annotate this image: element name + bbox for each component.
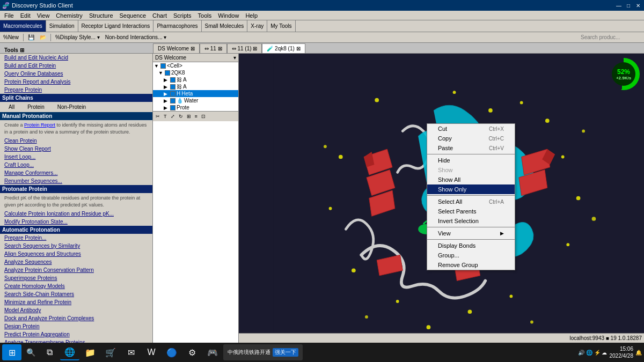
sidebar-manage-conformers[interactable]: Manage Conformers...: [0, 169, 152, 177]
sidebar-build-nucleic[interactable]: Build and Edit Nucleic Acid: [0, 54, 152, 62]
save-button[interactable]: 💾: [26, 33, 36, 41]
tree-tool-btn-6[interactable]: ≡: [193, 113, 199, 120]
menu-scripts[interactable]: Scripts: [170, 12, 195, 19]
tree-check-a2[interactable]: [170, 84, 175, 90]
sidebar-insert-loop[interactable]: Insert Loop...: [0, 153, 152, 161]
sidebar-calc-ionization[interactable]: Calculate Protein Ionization and Residue…: [0, 210, 152, 218]
display-style-button[interactable]: %Display Style... ▾: [53, 33, 102, 41]
sidebar-modify-prot[interactable]: Modify Protonation State...: [0, 218, 152, 226]
tree-check-prote[interactable]: [170, 105, 175, 110]
menu-view[interactable]: View: [34, 12, 53, 19]
sidebar-split-all[interactable]: All: [4, 103, 19, 111]
ctx-display-bonds[interactable]: Display Bonds: [427, 241, 515, 250]
sidebar-craft-loop[interactable]: Craft Loop...: [0, 161, 152, 169]
ctx-paste[interactable]: Paste Ctrl+V: [427, 143, 515, 153]
tree-item-chain-a1[interactable]: ▶ ⛓ A: [153, 76, 238, 83]
tree-toggle-cell[interactable]: ▼: [154, 63, 159, 69]
taskbar-store-icon[interactable]: 🛒: [101, 344, 120, 360]
sidebar-analyze-seq[interactable]: Analyze Sequences: [0, 258, 152, 266]
tab-2qk8[interactable]: 🧪 2qk8 (1) ⊠: [262, 43, 305, 53]
ctx-hide[interactable]: Hide: [427, 156, 515, 165]
sidebar-prepare-protein-btn[interactable]: Prepare Protein...: [0, 234, 152, 242]
tree-check-heta[interactable]: [170, 91, 175, 97]
menu-window[interactable]: Window: [215, 12, 242, 19]
tree-toggle-a1[interactable]: ▶: [164, 77, 169, 83]
tree-item-2qk8[interactable]: ▼ 2QK8: [153, 69, 238, 76]
new-button[interactable]: %New: [1, 33, 21, 41]
tree-item-water[interactable]: ▶ 💧 Water: [153, 97, 238, 104]
taskbar-search-button[interactable]: 🔍: [23, 344, 39, 360]
tree-check-2qk8[interactable]: [165, 70, 170, 76]
maximize-button[interactable]: □: [625, 2, 632, 9]
taskbar-app-icon-2[interactable]: 🎮: [203, 344, 222, 360]
tree-item-heta[interactable]: ▶ Η Heta: [153, 90, 238, 97]
sidebar-design[interactable]: Design Protein: [0, 322, 152, 330]
sidebar-dock[interactable]: Dock and Analyze Protein Complexes: [0, 314, 152, 322]
ctx-show-only[interactable]: Show Only: [427, 184, 515, 194]
sidebar-align-seq[interactable]: Align Sequences and Structures: [0, 250, 152, 258]
menu-tools[interactable]: Tools: [195, 12, 215, 19]
sidebar-search-seq[interactable]: Search Sequences by Similarity: [0, 242, 152, 250]
tree-toggle-heta[interactable]: ▶: [164, 91, 169, 97]
sidebar-analyze-conservation[interactable]: Analyze Protein Conservation Pattern: [0, 266, 152, 274]
tree-toggle-a2[interactable]: ▶: [164, 84, 169, 90]
taskbar-news-app[interactable]: 中俄跨境铁路开通 强关一下: [223, 344, 303, 360]
taskbar-task-view[interactable]: ⧉: [40, 344, 59, 360]
sidebar-minimize[interactable]: Minimize and Refine Protein: [0, 298, 152, 306]
taskbar-follow-label[interactable]: 强关一下: [273, 348, 298, 357]
taskbar-outlook-icon[interactable]: ✉: [121, 344, 141, 360]
sidebar-homology[interactable]: Create Homology Models: [0, 282, 152, 290]
ctx-view[interactable]: View ▶: [427, 228, 515, 238]
start-button[interactable]: ⊞: [2, 344, 21, 360]
ribbon-tab-receptor[interactable]: Receptor Ligand Interactions: [78, 20, 154, 32]
non-bond-button[interactable]: Non-bond Interactions... ▾: [103, 33, 169, 41]
taskbar-app-icon-1[interactable]: ⚙: [182, 344, 202, 360]
close-button[interactable]: ✕: [634, 2, 642, 9]
tree-toggle-prote[interactable]: ▶: [164, 105, 169, 110]
ribbon-tab-small-molecules[interactable]: Small Molecules: [202, 20, 248, 32]
sidebar-renumber[interactable]: Renumber Sequences...: [0, 177, 152, 185]
tree-tool-btn-2[interactable]: T: [162, 113, 169, 120]
ribbon-tab-simulation[interactable]: Simulation: [46, 20, 78, 32]
ribbon-tab-my-tools[interactable]: My Tools: [267, 20, 295, 32]
tree-item-prote[interactable]: ▶ Prote: [153, 104, 238, 111]
sidebar-protein-report[interactable]: Protein Report and Analysis: [0, 78, 152, 86]
tree-check-water[interactable]: [170, 98, 175, 104]
ribbon-tab-macromolecules[interactable]: Macromolecules: [0, 20, 46, 32]
sidebar-antibody[interactable]: Model Antibody: [0, 306, 152, 314]
tree-item-chain-a2[interactable]: ▶ ⛓ A: [153, 83, 238, 90]
sidebar-split-protein[interactable]: Protein: [23, 103, 49, 111]
ctx-group[interactable]: Group...: [427, 250, 515, 260]
search-input[interactable]: [579, 33, 643, 41]
ctx-select-parents[interactable]: Select Parents: [427, 206, 515, 216]
taskbar-file-explorer[interactable]: 📁: [80, 344, 100, 360]
tree-tool-btn-3[interactable]: ⤢: [169, 113, 177, 120]
sidebar-auto-prot-header[interactable]: Automatic Protonation: [0, 226, 152, 234]
sidebar-aggregation[interactable]: Predict Protein Aggregation: [0, 330, 152, 338]
tree-tool-btn-5[interactable]: ⊞: [185, 113, 193, 120]
sidebar-show-clean[interactable]: Show Clean Report: [0, 145, 152, 153]
menu-chemistry[interactable]: Chemistry: [53, 12, 86, 19]
sidebar-split-chains-header[interactable]: Split Chains: [0, 94, 152, 102]
minimize-button[interactable]: —: [615, 2, 623, 9]
ribbon-tab-pharmacophores[interactable]: Pharmacophores: [153, 20, 201, 32]
taskbar-browser-icon[interactable]: 🔵: [162, 344, 181, 360]
tree-tool-btn-4[interactable]: ↻: [177, 113, 185, 120]
sidebar-query-online[interactable]: Query Online Databases: [0, 70, 152, 78]
sidebar-build-protein[interactable]: Build and Edit Protein: [0, 62, 152, 70]
tree-tool-btn-7[interactable]: ⊡: [200, 113, 207, 120]
tab-11-1[interactable]: ⇔ 11 (1) ⊠: [227, 43, 262, 53]
sidebar-superimpose[interactable]: Superimpose Proteins: [0, 274, 152, 282]
tree-check-cell[interactable]: [160, 63, 166, 69]
ctx-copy[interactable]: Copy Ctrl+C: [427, 134, 515, 143]
tree-check-a1[interactable]: [170, 77, 175, 83]
sidebar-transmembrane[interactable]: Analyze Transmembrane Proteins: [0, 338, 152, 343]
sidebar-manual-prot-header[interactable]: Manual Protonation: [0, 112, 152, 120]
open-button[interactable]: 📂: [38, 33, 48, 41]
menu-edit[interactable]: Edit: [17, 12, 34, 19]
sidebar-rotamers[interactable]: Search Side-Chain Rotamers: [0, 290, 152, 298]
tab-welcome[interactable]: DS Welcome ⊠: [153, 43, 200, 53]
sidebar-split-nonprotein[interactable]: Non-Protein: [53, 103, 90, 111]
ctx-cut[interactable]: Cut Ctrl+X: [427, 124, 515, 134]
tree-tool-btn-1[interactable]: ✂: [154, 113, 162, 120]
